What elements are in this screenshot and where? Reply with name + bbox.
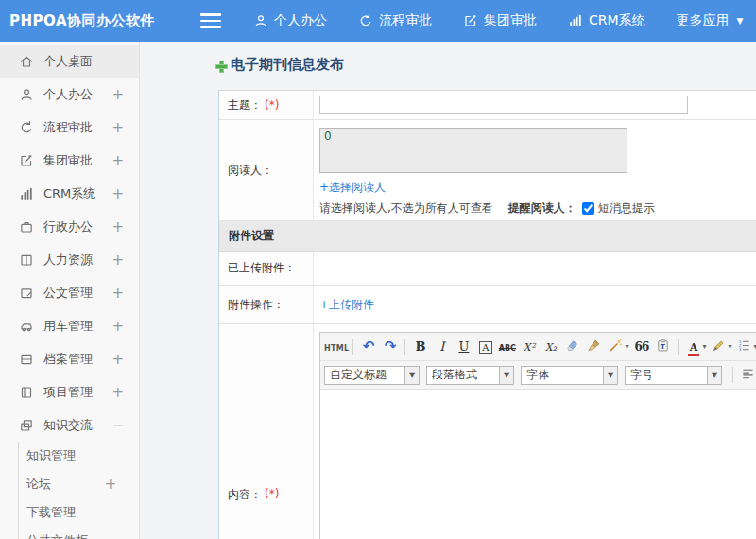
- italic-button[interactable]: I: [431, 337, 453, 357]
- top-nav-item[interactable]: 个人办公: [253, 12, 327, 29]
- chevron-down-icon[interactable]: ▼: [500, 366, 514, 385]
- select-value[interactable]: 字体: [521, 366, 604, 385]
- readers-textarea[interactable]: 0: [319, 128, 627, 173]
- sidebar-subitem[interactable]: 知识管理: [19, 442, 139, 470]
- fontcolor-button[interactable]: A: [682, 337, 704, 357]
- undo-button[interactable]: ↶: [357, 337, 379, 357]
- chevron-down-icon[interactable]: ▼: [405, 366, 420, 385]
- required-mark: (*): [265, 98, 279, 112]
- sidebar-item[interactable]: 档案管理+: [0, 342, 139, 375]
- expand-toggle-icon[interactable]: +: [104, 476, 116, 493]
- nav-item-label: 流程审批: [379, 12, 432, 29]
- sidebar-item-label: 行政办公: [43, 218, 93, 235]
- italic-icon: I: [439, 339, 444, 354]
- sidebar-item[interactable]: 个人办公+: [0, 78, 139, 111]
- hamburger-menu-icon[interactable]: [200, 13, 221, 28]
- sms-remind-checkbox[interactable]: [582, 202, 594, 215]
- editor-toolbar-row2: 自定义标题▼段落格式▼字体▼字号▼: [320, 361, 756, 390]
- top-nav-item[interactable]: 流程审批: [358, 12, 432, 29]
- expand-toggle-icon[interactable]: +: [112, 119, 124, 136]
- sidebar-item[interactable]: 用车管理+: [0, 309, 139, 342]
- pastetext-button[interactable]: T: [652, 337, 674, 357]
- expand-toggle-icon[interactable]: +: [112, 185, 124, 202]
- sub-button[interactable]: X₂: [540, 337, 561, 357]
- sidebar-subitem-label: 下载管理: [26, 504, 76, 521]
- sidebar-item[interactable]: 集团审批+: [0, 144, 139, 177]
- car-icon: [19, 318, 35, 334]
- chevron-down-icon[interactable]: ▼: [604, 366, 618, 385]
- chevron-down-icon[interactable]: ▾: [702, 342, 706, 351]
- quote-icon: 66: [635, 340, 649, 354]
- expand-toggle-icon[interactable]: +: [112, 218, 124, 235]
- expand-toggle-icon[interactable]: +: [112, 285, 124, 302]
- top-nav-item[interactable]: 更多应用▼: [677, 12, 744, 29]
- topbar: PHPOA协同办公软件 个人办公流程审批集团审批CRM系统更多应用▼: [0, 0, 756, 42]
- chevron-down-icon[interactable]: ▼: [708, 366, 722, 385]
- sidebar-item[interactable]: 个人桌面: [0, 45, 139, 78]
- brush-button[interactable]: [583, 337, 605, 357]
- editor-body[interactable]: [320, 390, 756, 539]
- editor-select[interactable]: 字号▼: [625, 366, 722, 385]
- expand-toggle-icon[interactable]: +: [112, 252, 124, 269]
- expand-toggle-icon[interactable]: +: [112, 86, 124, 103]
- top-nav: 个人办公流程审批集团审批CRM系统更多应用▼: [253, 12, 744, 29]
- upload-attachment-link[interactable]: +上传附件: [319, 297, 756, 313]
- subject-input[interactable]: [319, 96, 688, 114]
- redo-button[interactable]: ↷: [379, 337, 401, 357]
- pastetext-icon: T: [656, 339, 670, 356]
- sidebar-item-label: 知识交流: [43, 417, 93, 434]
- expand-toggle-icon[interactable]: +: [112, 318, 124, 335]
- sidebar-item[interactable]: 知识交流−: [0, 409, 139, 442]
- expand-toggle-icon[interactable]: +: [112, 351, 124, 368]
- sidebar-subitem[interactable]: 公共文件柜: [19, 527, 139, 539]
- expand-toggle-icon[interactable]: −: [112, 417, 124, 434]
- sidebar-item[interactable]: 公文管理+: [0, 276, 139, 309]
- home-icon: [19, 54, 35, 70]
- sidebar-subitem-label: 论坛: [26, 476, 51, 493]
- chart-icon: [19, 185, 35, 201]
- eraser-button[interactable]: [561, 337, 583, 357]
- select-value[interactable]: 段落格式: [426, 366, 500, 385]
- bold-button[interactable]: B: [409, 337, 431, 357]
- sidebar-item[interactable]: 流程审批+: [0, 111, 139, 144]
- sidebar-subitem[interactable]: 下载管理: [19, 498, 139, 527]
- sidebar-item[interactable]: 行政办公+: [0, 210, 139, 243]
- top-nav-item[interactable]: CRM系统: [568, 12, 645, 29]
- align-left-icon: [741, 367, 755, 384]
- layers-icon: [19, 417, 35, 433]
- align-left-button[interactable]: [737, 365, 756, 386]
- expand-toggle-icon[interactable]: +: [112, 152, 124, 169]
- wand-button[interactable]: [605, 337, 627, 357]
- editor-select[interactable]: 字体▼: [521, 366, 618, 385]
- highlight-button[interactable]: [708, 337, 730, 357]
- uploaded-attachments-row: 已上传附件：: [219, 252, 756, 286]
- chart-icon: [568, 13, 583, 28]
- editor-select[interactable]: 段落格式▼: [426, 366, 514, 385]
- chevron-down-icon[interactable]: ▾: [625, 342, 628, 351]
- select-value[interactable]: 自定义标题: [324, 366, 405, 385]
- html-button[interactable]: HTML: [324, 337, 349, 357]
- quote-button[interactable]: 66: [630, 337, 652, 357]
- strike-button[interactable]: ABC: [496, 337, 518, 357]
- sidebar-subitem[interactable]: 论坛+: [19, 470, 139, 498]
- person-icon: [253, 13, 268, 28]
- select-value[interactable]: 字号: [625, 366, 708, 385]
- toolbar-separator: [404, 339, 405, 355]
- sidebar-item[interactable]: CRM系统+: [0, 177, 139, 210]
- toolbar-separator: [732, 367, 733, 383]
- sidebar-item[interactable]: 项目管理+: [0, 375, 139, 409]
- fontbox-button[interactable]: A: [474, 337, 496, 357]
- top-nav-item[interactable]: 集团审批: [463, 12, 537, 29]
- ol-button[interactable]: 123: [733, 337, 755, 357]
- editor-select[interactable]: 自定义标题▼: [324, 366, 420, 385]
- chevron-down-icon[interactable]: ▾: [728, 342, 731, 351]
- choose-readers-link[interactable]: +选择阅读人: [319, 180, 756, 196]
- expand-toggle-icon[interactable]: +: [112, 384, 124, 401]
- attachment-section-header: 附件设置: [219, 221, 756, 252]
- underline-button[interactable]: U: [453, 337, 474, 357]
- subject-label: 主题：: [228, 97, 262, 113]
- sup-button[interactable]: X²: [518, 337, 540, 357]
- briefcase-icon: [19, 218, 35, 235]
- attachment-ops-row: 附件操作： +上传附件: [219, 286, 756, 324]
- sidebar-item[interactable]: 人力资源+: [0, 243, 139, 276]
